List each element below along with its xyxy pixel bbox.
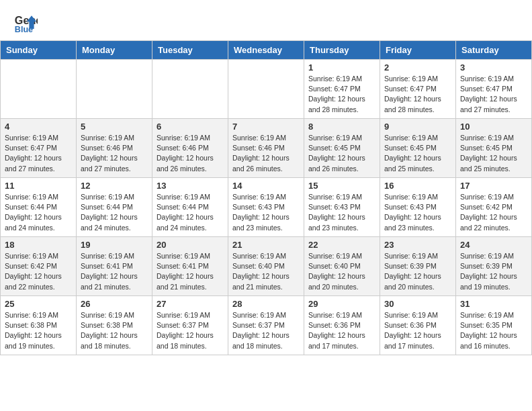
day-number: 9 bbox=[384, 122, 451, 132]
day-info: Sunrise: 6:19 AM Sunset: 6:36 PM Dayligh… bbox=[384, 310, 451, 351]
col-header-friday: Friday bbox=[380, 41, 456, 60]
calendar-cell: 19Sunrise: 6:19 AM Sunset: 6:41 PM Dayli… bbox=[77, 237, 152, 296]
day-number: 5 bbox=[81, 122, 148, 132]
calendar-cell: 21Sunrise: 6:19 AM Sunset: 6:40 PM Dayli… bbox=[228, 237, 304, 296]
calendar-cell: 22Sunrise: 6:19 AM Sunset: 6:40 PM Dayli… bbox=[304, 237, 380, 296]
calendar-cell: 30Sunrise: 6:19 AM Sunset: 6:36 PM Dayli… bbox=[380, 296, 456, 355]
calendar-cell: 31Sunrise: 6:19 AM Sunset: 6:35 PM Dayli… bbox=[456, 296, 532, 355]
calendar-week-2: 4Sunrise: 6:19 AM Sunset: 6:47 PM Daylig… bbox=[1, 119, 532, 178]
day-info: Sunrise: 6:19 AM Sunset: 6:35 PM Dayligh… bbox=[460, 310, 527, 351]
calendar-cell: 16Sunrise: 6:19 AM Sunset: 6:43 PM Dayli… bbox=[380, 178, 456, 237]
day-number: 10 bbox=[460, 122, 527, 132]
logo: General Blue bbox=[13, 11, 39, 35]
day-number: 23 bbox=[384, 240, 451, 250]
day-info: Sunrise: 6:19 AM Sunset: 6:36 PM Dayligh… bbox=[308, 310, 375, 351]
calendar-week-5: 25Sunrise: 6:19 AM Sunset: 6:38 PM Dayli… bbox=[1, 296, 532, 355]
day-info: Sunrise: 6:19 AM Sunset: 6:37 PM Dayligh… bbox=[232, 310, 300, 351]
calendar-cell: 4Sunrise: 6:19 AM Sunset: 6:47 PM Daylig… bbox=[1, 119, 77, 178]
calendar-cell: 25Sunrise: 6:19 AM Sunset: 6:38 PM Dayli… bbox=[1, 296, 77, 355]
calendar-week-1: 1Sunrise: 6:19 AM Sunset: 6:47 PM Daylig… bbox=[1, 60, 532, 119]
day-number: 29 bbox=[308, 299, 375, 309]
col-header-saturday: Saturday bbox=[456, 41, 532, 60]
calendar-cell: 27Sunrise: 6:19 AM Sunset: 6:37 PM Dayli… bbox=[152, 296, 228, 355]
logo-icon: General Blue bbox=[13, 11, 38, 35]
day-number: 24 bbox=[460, 240, 527, 250]
calendar-cell: 29Sunrise: 6:19 AM Sunset: 6:36 PM Dayli… bbox=[304, 296, 380, 355]
calendar-cell: 8Sunrise: 6:19 AM Sunset: 6:45 PM Daylig… bbox=[304, 119, 380, 178]
day-info: Sunrise: 6:19 AM Sunset: 6:41 PM Dayligh… bbox=[157, 251, 224, 292]
day-number: 8 bbox=[308, 122, 375, 132]
calendar-cell: 3Sunrise: 6:19 AM Sunset: 6:47 PM Daylig… bbox=[456, 60, 532, 119]
calendar-cell: 11Sunrise: 6:19 AM Sunset: 6:44 PM Dayli… bbox=[1, 178, 77, 237]
day-info: Sunrise: 6:19 AM Sunset: 6:45 PM Dayligh… bbox=[460, 133, 527, 174]
day-info: Sunrise: 6:19 AM Sunset: 6:38 PM Dayligh… bbox=[81, 310, 148, 351]
day-info: Sunrise: 6:19 AM Sunset: 6:45 PM Dayligh… bbox=[308, 133, 375, 174]
day-info: Sunrise: 6:19 AM Sunset: 6:44 PM Dayligh… bbox=[5, 192, 72, 233]
calendar-cell: 6Sunrise: 6:19 AM Sunset: 6:46 PM Daylig… bbox=[152, 119, 228, 178]
calendar-cell: 7Sunrise: 6:19 AM Sunset: 6:46 PM Daylig… bbox=[228, 119, 304, 178]
calendar-week-3: 11Sunrise: 6:19 AM Sunset: 6:44 PM Dayli… bbox=[1, 178, 532, 237]
day-number: 19 bbox=[81, 240, 148, 250]
day-number: 11 bbox=[5, 181, 72, 191]
calendar-cell bbox=[1, 60, 77, 119]
day-number: 16 bbox=[384, 181, 451, 191]
calendar-cell: 20Sunrise: 6:19 AM Sunset: 6:41 PM Dayli… bbox=[152, 237, 228, 296]
col-header-tuesday: Tuesday bbox=[152, 41, 228, 60]
day-info: Sunrise: 6:19 AM Sunset: 6:44 PM Dayligh… bbox=[81, 192, 148, 233]
day-info: Sunrise: 6:19 AM Sunset: 6:47 PM Dayligh… bbox=[460, 74, 527, 115]
day-info: Sunrise: 6:19 AM Sunset: 6:42 PM Dayligh… bbox=[460, 192, 527, 233]
day-number: 28 bbox=[232, 299, 300, 309]
day-number: 4 bbox=[5, 122, 72, 132]
day-info: Sunrise: 6:19 AM Sunset: 6:42 PM Dayligh… bbox=[5, 251, 72, 292]
day-info: Sunrise: 6:19 AM Sunset: 6:46 PM Dayligh… bbox=[81, 133, 148, 174]
day-number: 3 bbox=[460, 62, 527, 73]
day-number: 25 bbox=[5, 299, 72, 309]
day-number: 18 bbox=[5, 240, 72, 250]
day-number: 21 bbox=[232, 240, 300, 250]
day-info: Sunrise: 6:19 AM Sunset: 6:37 PM Dayligh… bbox=[157, 310, 224, 351]
page-header: General Blue bbox=[0, 0, 532, 40]
day-info: Sunrise: 6:19 AM Sunset: 6:43 PM Dayligh… bbox=[384, 192, 451, 233]
calendar-cell: 28Sunrise: 6:19 AM Sunset: 6:37 PM Dayli… bbox=[228, 296, 304, 355]
day-info: Sunrise: 6:19 AM Sunset: 6:40 PM Dayligh… bbox=[308, 251, 375, 292]
calendar-header-row: SundayMondayTuesdayWednesdayThursdayFrid… bbox=[1, 41, 532, 60]
calendar-cell: 13Sunrise: 6:19 AM Sunset: 6:44 PM Dayli… bbox=[152, 178, 228, 237]
day-info: Sunrise: 6:19 AM Sunset: 6:44 PM Dayligh… bbox=[157, 192, 224, 233]
calendar-week-4: 18Sunrise: 6:19 AM Sunset: 6:42 PM Dayli… bbox=[1, 237, 532, 296]
day-info: Sunrise: 6:19 AM Sunset: 6:47 PM Dayligh… bbox=[308, 74, 375, 115]
col-header-wednesday: Wednesday bbox=[228, 41, 304, 60]
day-info: Sunrise: 6:19 AM Sunset: 6:45 PM Dayligh… bbox=[384, 133, 451, 174]
calendar-cell: 15Sunrise: 6:19 AM Sunset: 6:43 PM Dayli… bbox=[304, 178, 380, 237]
calendar-cell: 17Sunrise: 6:19 AM Sunset: 6:42 PM Dayli… bbox=[456, 178, 532, 237]
day-info: Sunrise: 6:19 AM Sunset: 6:40 PM Dayligh… bbox=[232, 251, 300, 292]
day-info: Sunrise: 6:19 AM Sunset: 6:47 PM Dayligh… bbox=[384, 74, 451, 115]
day-info: Sunrise: 6:19 AM Sunset: 6:43 PM Dayligh… bbox=[232, 192, 300, 233]
day-info: Sunrise: 6:19 AM Sunset: 6:46 PM Dayligh… bbox=[232, 133, 300, 174]
calendar-cell: 26Sunrise: 6:19 AM Sunset: 6:38 PM Dayli… bbox=[77, 296, 152, 355]
day-info: Sunrise: 6:19 AM Sunset: 6:46 PM Dayligh… bbox=[157, 133, 224, 174]
calendar-cell: 1Sunrise: 6:19 AM Sunset: 6:47 PM Daylig… bbox=[304, 60, 380, 119]
day-number: 14 bbox=[232, 181, 300, 191]
day-info: Sunrise: 6:19 AM Sunset: 6:47 PM Dayligh… bbox=[5, 133, 72, 174]
day-number: 6 bbox=[157, 122, 224, 132]
calendar-cell: 9Sunrise: 6:19 AM Sunset: 6:45 PM Daylig… bbox=[380, 119, 456, 178]
calendar-cell: 24Sunrise: 6:19 AM Sunset: 6:39 PM Dayli… bbox=[456, 237, 532, 296]
calendar-table: SundayMondayTuesdayWednesdayThursdayFrid… bbox=[0, 40, 532, 355]
col-header-thursday: Thursday bbox=[304, 41, 380, 60]
day-number: 27 bbox=[157, 299, 224, 309]
day-number: 30 bbox=[384, 299, 451, 309]
day-info: Sunrise: 6:19 AM Sunset: 6:41 PM Dayligh… bbox=[81, 251, 148, 292]
day-info: Sunrise: 6:19 AM Sunset: 6:39 PM Dayligh… bbox=[384, 251, 451, 292]
col-header-monday: Monday bbox=[77, 41, 152, 60]
calendar-cell: 14Sunrise: 6:19 AM Sunset: 6:43 PM Dayli… bbox=[228, 178, 304, 237]
col-header-sunday: Sunday bbox=[1, 41, 77, 60]
calendar-cell bbox=[77, 60, 152, 119]
calendar-cell: 2Sunrise: 6:19 AM Sunset: 6:47 PM Daylig… bbox=[380, 60, 456, 119]
calendar-cell: 10Sunrise: 6:19 AM Sunset: 6:45 PM Dayli… bbox=[456, 119, 532, 178]
day-number: 17 bbox=[460, 181, 527, 191]
calendar-cell: 12Sunrise: 6:19 AM Sunset: 6:44 PM Dayli… bbox=[77, 178, 152, 237]
calendar-cell: 18Sunrise: 6:19 AM Sunset: 6:42 PM Dayli… bbox=[1, 237, 77, 296]
calendar-cell bbox=[228, 60, 304, 119]
day-number: 13 bbox=[157, 181, 224, 191]
day-number: 1 bbox=[308, 62, 375, 73]
